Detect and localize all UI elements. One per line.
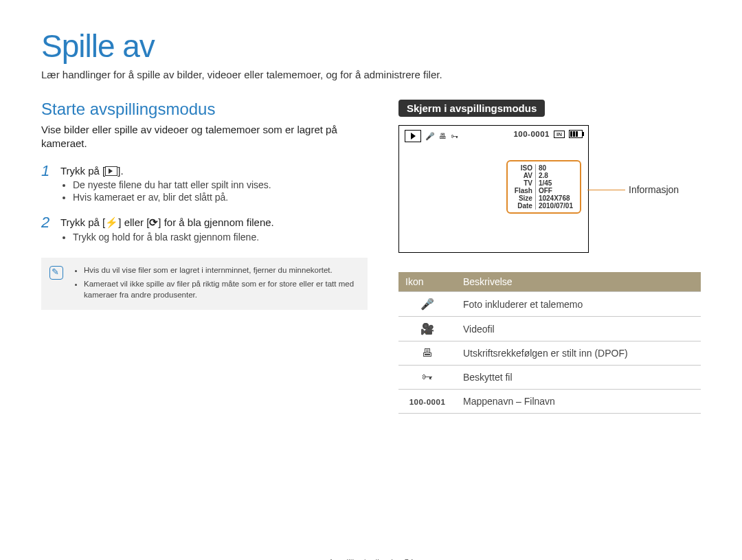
table-row: 🗝 Beskyttet fil	[398, 366, 701, 390]
section-intro: Vise bilder eller spille av videoer og t…	[41, 123, 368, 151]
self-timer-icon: ⟳	[149, 216, 158, 228]
info-key: AV	[512, 172, 536, 179]
info-key: Size	[512, 194, 536, 202]
step-main-text: Trykk på [⚡] eller [⟳] for å bla gjennom…	[60, 216, 368, 229]
info-row: Size1024X768	[512, 194, 576, 202]
page: Spille av Lær handlinger for å spille av…	[0, 0, 742, 560]
mic-icon: 🎤	[425, 132, 435, 141]
note-item: Hvis du vil vise filer som er lagret i i…	[84, 265, 359, 276]
table-row: 🎤 Foto inkluderer et talememo	[398, 292, 701, 317]
step-body: Trykk på []. De nyeste filene du har tat…	[60, 162, 368, 210]
display-top-right: 100-0001 IN	[513, 130, 583, 138]
display-wrap: 🎤 🖶 🗝 100-0001 IN ISO80 AV2.8 TV1/4	[398, 125, 701, 253]
memory-card-icon: IN	[554, 131, 565, 138]
info-label: Informasjon	[629, 184, 679, 195]
note-icon-wrap	[49, 265, 65, 303]
sub-bullet: De nyeste filene du har tatt eller spilt…	[73, 179, 368, 190]
note-list: Hvis du vil vise filer som er lagret i i…	[73, 265, 359, 303]
note-icon	[49, 266, 63, 280]
step-text: Trykk på [	[60, 165, 105, 177]
step-text: Trykk på [	[60, 216, 105, 228]
display-box: 🎤 🖶 🗝 100-0001 IN ISO80 AV2.8 TV1/4	[398, 125, 589, 253]
info-table: ISO80 AV2.8 TV1/45 FlashOFF Size1024X768…	[512, 164, 576, 210]
video-icon: 🎥	[398, 317, 456, 341]
section-title: Starte avspillingsmodus	[41, 100, 368, 119]
sub-bullet: Trykk og hold for å bla raskt gjennom fi…	[73, 232, 368, 243]
lock-icon: 🗝	[451, 132, 458, 140]
info-val: OFF	[535, 187, 576, 194]
battery-icon	[569, 130, 583, 138]
step-1: 1 Trykk på []. De nyeste filene du har t…	[41, 162, 368, 210]
table-desc: Foto inkluderer et talememo	[456, 292, 701, 317]
page-title: Spille av	[41, 27, 701, 65]
info-key: Date	[512, 202, 536, 210]
page-intro: Lær handlinger for å spille av bilder, v…	[41, 69, 701, 80]
table-desc: Videofil	[456, 317, 701, 341]
table-row: 100-0001 Mappenavn – Filnavn	[398, 390, 701, 414]
play-mode-icon	[405, 130, 421, 142]
table-row: 🎥 Videofil	[398, 317, 701, 341]
info-row: Date2010/07/01	[512, 202, 576, 210]
play-icon	[105, 166, 117, 176]
table-row: 🖶 Utskriftsrekkefølgen er stilt inn (DPO…	[398, 341, 701, 366]
step-body: Trykk på [⚡] eller [⟳] for å bla gjennom…	[60, 214, 368, 249]
info-val: 1024X768	[535, 194, 576, 202]
step-number: 1	[41, 162, 54, 210]
note-box: Hvis du vil vise filer som er lagret i i…	[41, 258, 368, 310]
print-icon: 🖶	[398, 341, 456, 366]
info-row: TV1/45	[512, 179, 576, 187]
note-item: Kameraet vil ikke spille av filer på rik…	[84, 278, 359, 300]
info-val: 2.8	[535, 172, 576, 179]
step-text: ] for å bla gjennom filene.	[158, 216, 273, 228]
step-text: ] eller [	[118, 216, 149, 228]
info-row: AV2.8	[512, 172, 576, 179]
info-key: TV	[512, 179, 536, 187]
section-pill: Skjerm i avspillingsmodus	[398, 100, 545, 117]
info-key: Flash	[512, 187, 536, 194]
sub-bullet: Hvis kameraet er av, blir det slått på.	[73, 192, 368, 203]
table-desc: Mappenavn – Filnavn	[456, 390, 701, 414]
table-header-desc: Beskrivelse	[456, 272, 701, 292]
right-column: Skjerm i avspillingsmodus 🎤 🖶 🗝 100-0001…	[398, 100, 701, 414]
table-desc: Utskriftsrekkefølgen er stilt inn (DPOF)	[456, 341, 701, 366]
mic-icon: 🎤	[398, 292, 456, 317]
step-text: ].	[117, 165, 123, 177]
table-header-row: Ikon Beskrivelse	[398, 272, 701, 292]
info-val: 2010/07/01	[535, 202, 576, 210]
step-number: 2	[41, 214, 54, 249]
info-key: ISO	[512, 164, 536, 172]
info-val: 1/45	[535, 179, 576, 187]
step-sublist: De nyeste filene du har tatt eller spilt…	[60, 179, 368, 203]
step-sublist: Trykk og hold for å bla raskt gjennom fi…	[60, 232, 368, 243]
display-top-left-icons: 🎤 🖶 🗝	[405, 130, 458, 142]
step-main-text: Trykk på [].	[60, 165, 368, 177]
table-desc: Beskyttet fil	[456, 366, 701, 390]
print-icon: 🖶	[439, 132, 447, 140]
info-row: FlashOFF	[512, 187, 576, 194]
step-2: 2 Trykk på [⚡] eller [⟳] for å bla gjenn…	[41, 214, 368, 249]
lock-icon: 🗝	[398, 366, 456, 390]
info-pointer-line	[587, 190, 625, 190]
icon-description-table: Ikon Beskrivelse 🎤 Foto inkluderer et ta…	[398, 272, 701, 414]
two-column-layout: Starte avspillingsmodus Vise bilder elle…	[41, 100, 701, 414]
info-block: ISO80 AV2.8 TV1/45 FlashOFF Size1024X768…	[506, 160, 581, 214]
left-column: Starte avspillingsmodus Vise bilder elle…	[41, 100, 368, 414]
folder-file-icon: 100-0001	[398, 390, 456, 414]
info-row: ISO80	[512, 164, 576, 172]
table-header-icon: Ikon	[398, 272, 456, 292]
flash-icon: ⚡	[105, 216, 118, 228]
folder-file-label: 100-0001	[513, 130, 550, 138]
info-val: 80	[535, 164, 576, 172]
